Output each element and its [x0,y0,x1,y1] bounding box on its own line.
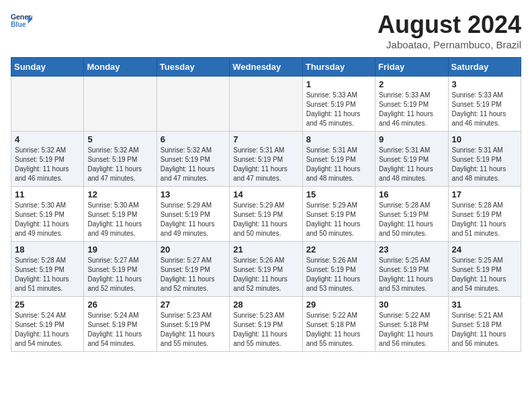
day-info: Sunrise: 5:32 AM Sunset: 5:19 PM Dayligh… [87,146,152,183]
day-info: Sunrise: 5:29 AM Sunset: 5:19 PM Dayligh… [233,201,298,238]
day-info: Sunrise: 5:26 AM Sunset: 5:19 PM Dayligh… [233,256,298,293]
calendar-week-row: 18Sunrise: 5:28 AM Sunset: 5:19 PM Dayli… [11,242,521,297]
calendar-cell: 3Sunrise: 5:33 AM Sunset: 5:19 PM Daylig… [448,77,521,132]
day-info: Sunrise: 5:30 AM Sunset: 5:19 PM Dayligh… [15,201,80,238]
day-number: 13 [161,189,226,199]
day-number: 12 [87,189,152,199]
day-number: 22 [306,244,371,255]
calendar-cell: 2Sunrise: 5:33 AM Sunset: 5:19 PM Daylig… [375,77,448,132]
day-info: Sunrise: 5:31 AM Sunset: 5:19 PM Dayligh… [306,146,371,183]
day-number: 1 [306,79,371,89]
day-info: Sunrise: 5:27 AM Sunset: 5:19 PM Dayligh… [87,256,152,293]
calendar-cell [84,77,157,132]
day-number: 8 [306,134,371,144]
day-number: 24 [452,244,517,255]
day-number: 10 [452,134,517,144]
calendar-cell: 5Sunrise: 5:32 AM Sunset: 5:19 PM Daylig… [84,132,157,187]
day-info: Sunrise: 5:27 AM Sunset: 5:19 PM Dayligh… [161,256,226,293]
day-info: Sunrise: 5:28 AM Sunset: 5:19 PM Dayligh… [379,201,444,238]
calendar-cell: 26Sunrise: 5:24 AM Sunset: 5:19 PM Dayli… [84,297,157,352]
day-info: Sunrise: 5:33 AM Sunset: 5:19 PM Dayligh… [379,91,444,128]
day-number: 29 [306,300,371,310]
calendar-cell: 17Sunrise: 5:28 AM Sunset: 5:19 PM Dayli… [448,187,521,242]
header: General Blue August 2024 Jaboatao, Perna… [11,11,521,50]
day-info: Sunrise: 5:31 AM Sunset: 5:19 PM Dayligh… [379,146,444,183]
calendar-subtitle: Jaboatao, Pernambuco, Brazil [378,39,521,50]
calendar-cell: 6Sunrise: 5:32 AM Sunset: 5:19 PM Daylig… [157,132,229,187]
calendar-cell: 10Sunrise: 5:31 AM Sunset: 5:19 PM Dayli… [448,132,521,187]
day-info: Sunrise: 5:29 AM Sunset: 5:19 PM Dayligh… [306,201,371,238]
weekday-header: Saturday [448,58,521,77]
day-number: 17 [452,189,517,199]
calendar-cell: 16Sunrise: 5:28 AM Sunset: 5:19 PM Dayli… [375,187,448,242]
day-number: 30 [379,300,444,310]
calendar-cell: 14Sunrise: 5:29 AM Sunset: 5:19 PM Dayli… [230,187,302,242]
day-info: Sunrise: 5:30 AM Sunset: 5:19 PM Dayligh… [87,201,152,238]
calendar-cell: 11Sunrise: 5:30 AM Sunset: 5:19 PM Dayli… [11,187,84,242]
day-number: 18 [15,244,80,255]
day-number: 3 [452,79,517,89]
calendar-week-row: 11Sunrise: 5:30 AM Sunset: 5:19 PM Dayli… [11,187,521,242]
calendar-week-row: 1Sunrise: 5:33 AM Sunset: 5:19 PM Daylig… [11,77,521,132]
calendar-cell: 13Sunrise: 5:29 AM Sunset: 5:19 PM Dayli… [157,187,229,242]
calendar-table: SundayMondayTuesdayWednesdayThursdayFrid… [11,57,521,352]
day-info: Sunrise: 5:25 AM Sunset: 5:19 PM Dayligh… [452,256,517,293]
day-number: 28 [233,300,298,310]
day-info: Sunrise: 5:32 AM Sunset: 5:19 PM Dayligh… [161,146,226,183]
day-number: 23 [379,244,444,255]
day-number: 21 [233,244,298,255]
day-info: Sunrise: 5:28 AM Sunset: 5:19 PM Dayligh… [452,201,517,238]
day-info: Sunrise: 5:28 AM Sunset: 5:19 PM Dayligh… [15,256,80,293]
day-info: Sunrise: 5:25 AM Sunset: 5:19 PM Dayligh… [379,256,444,293]
calendar-cell [230,77,302,132]
logo: General Blue [11,11,32,32]
calendar-cell: 19Sunrise: 5:27 AM Sunset: 5:19 PM Dayli… [84,242,157,297]
day-number: 31 [452,300,517,310]
day-info: Sunrise: 5:23 AM Sunset: 5:19 PM Dayligh… [161,311,226,349]
day-number: 16 [379,189,444,199]
day-number: 4 [15,134,80,144]
calendar-cell: 24Sunrise: 5:25 AM Sunset: 5:19 PM Dayli… [448,242,521,297]
day-number: 5 [87,134,152,144]
day-info: Sunrise: 5:31 AM Sunset: 5:19 PM Dayligh… [233,146,298,183]
day-info: Sunrise: 5:22 AM Sunset: 5:18 PM Dayligh… [379,311,444,349]
day-number: 7 [233,134,298,144]
day-info: Sunrise: 5:26 AM Sunset: 5:19 PM Dayligh… [306,256,371,293]
weekday-header: Friday [375,58,448,77]
calendar-cell: 30Sunrise: 5:22 AM Sunset: 5:18 PM Dayli… [375,297,448,352]
calendar-cell: 4Sunrise: 5:32 AM Sunset: 5:19 PM Daylig… [11,132,84,187]
day-number: 11 [15,189,80,199]
title-area: August 2024 Jaboatao, Pernambuco, Brazil [378,11,521,50]
calendar-cell: 22Sunrise: 5:26 AM Sunset: 5:19 PM Dayli… [302,242,375,297]
calendar-cell: 15Sunrise: 5:29 AM Sunset: 5:19 PM Dayli… [302,187,375,242]
day-number: 20 [161,244,226,255]
day-info: Sunrise: 5:24 AM Sunset: 5:19 PM Dayligh… [87,311,152,349]
day-info: Sunrise: 5:33 AM Sunset: 5:19 PM Dayligh… [452,91,517,128]
calendar-cell: 7Sunrise: 5:31 AM Sunset: 5:19 PM Daylig… [230,132,302,187]
calendar-cell: 1Sunrise: 5:33 AM Sunset: 5:19 PM Daylig… [302,77,375,132]
day-number: 9 [379,134,444,144]
day-info: Sunrise: 5:24 AM Sunset: 5:19 PM Dayligh… [15,311,80,349]
logo-icon: General Blue [11,11,32,32]
calendar-cell: 27Sunrise: 5:23 AM Sunset: 5:19 PM Dayli… [157,297,229,352]
day-number: 14 [233,189,298,199]
weekday-header: Tuesday [157,58,229,77]
calendar-cell: 20Sunrise: 5:27 AM Sunset: 5:19 PM Dayli… [157,242,229,297]
day-number: 27 [161,300,226,310]
calendar-cell [11,77,84,132]
day-info: Sunrise: 5:33 AM Sunset: 5:19 PM Dayligh… [306,91,371,128]
weekday-header: Wednesday [230,58,302,77]
weekday-header-row: SundayMondayTuesdayWednesdayThursdayFrid… [11,58,521,77]
svg-text:Blue: Blue [11,21,26,28]
day-number: 25 [15,300,80,310]
calendar-title: August 2024 [378,11,521,39]
day-number: 2 [379,79,444,89]
calendar-cell: 23Sunrise: 5:25 AM Sunset: 5:19 PM Dayli… [375,242,448,297]
calendar-week-row: 4Sunrise: 5:32 AM Sunset: 5:19 PM Daylig… [11,132,521,187]
day-info: Sunrise: 5:21 AM Sunset: 5:18 PM Dayligh… [452,311,517,349]
day-info: Sunrise: 5:23 AM Sunset: 5:19 PM Dayligh… [233,311,298,349]
weekday-header: Sunday [11,58,84,77]
day-number: 26 [87,300,152,310]
day-info: Sunrise: 5:29 AM Sunset: 5:19 PM Dayligh… [161,201,226,238]
day-info: Sunrise: 5:22 AM Sunset: 5:18 PM Dayligh… [306,311,371,349]
